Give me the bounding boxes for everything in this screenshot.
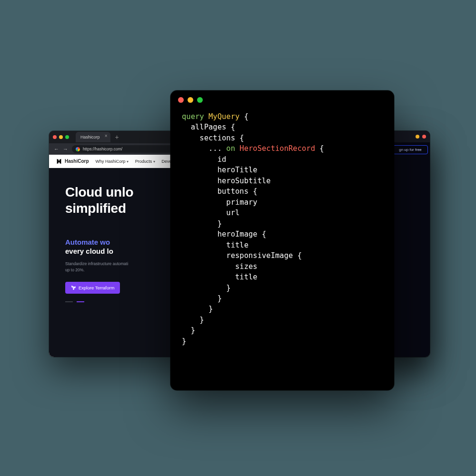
close-tab-icon[interactable]: × bbox=[105, 133, 108, 139]
window-controls[interactable] bbox=[393, 131, 430, 142]
search-engine-icon bbox=[76, 147, 80, 151]
nav-item-why[interactable]: Why HashiCorp bbox=[96, 159, 129, 164]
query-name: MyQuery bbox=[208, 112, 239, 121]
tab-title: Hashicorp bbox=[80, 135, 100, 139]
carousel-dot-active[interactable] bbox=[77, 301, 84, 302]
browser-tab[interactable]: Hashicorp × bbox=[76, 132, 110, 142]
type-name: HeroSectionRecord bbox=[239, 144, 315, 153]
close-icon[interactable] bbox=[178, 97, 184, 103]
maximize-icon[interactable] bbox=[197, 97, 203, 103]
forward-button[interactable]: → bbox=[63, 146, 68, 152]
minimize-icon[interactable] bbox=[416, 135, 419, 139]
cta-label: Explore Terraform bbox=[79, 285, 114, 290]
code-editor-window: query MyQuery { allPages { sections { ..… bbox=[170, 90, 394, 390]
signup-button[interactable]: gn up for free bbox=[393, 145, 428, 154]
minimize-icon[interactable] bbox=[59, 135, 63, 139]
back-button[interactable]: ← bbox=[54, 146, 59, 152]
brand-label: HashiCorp bbox=[65, 159, 89, 164]
close-icon[interactable] bbox=[422, 135, 426, 139]
keyword-on: on bbox=[226, 144, 235, 153]
explore-terraform-button[interactable]: Explore Terraform bbox=[65, 282, 120, 294]
window-controls[interactable] bbox=[53, 135, 69, 139]
code-block[interactable]: query MyQuery { allPages { sections { ..… bbox=[170, 109, 394, 358]
secondary-browser-window: gn up for free bbox=[393, 131, 430, 357]
maximize-icon[interactable] bbox=[65, 135, 69, 139]
minimize-icon[interactable] bbox=[188, 97, 193, 103]
hero-blurb: Standardize infrastructure automati up t… bbox=[65, 261, 170, 273]
url-text: https://hashicorp.com/ bbox=[83, 147, 122, 151]
brand[interactable]: HashiCorp bbox=[56, 158, 89, 165]
keyword-query: query bbox=[182, 112, 204, 121]
terraform-icon bbox=[71, 285, 76, 290]
nav-item-products[interactable]: Products bbox=[135, 159, 155, 164]
carousel-dot[interactable] bbox=[65, 301, 73, 302]
new-tab-button[interactable]: + bbox=[115, 134, 119, 140]
close-icon[interactable] bbox=[53, 135, 57, 139]
window-controls[interactable] bbox=[170, 90, 394, 109]
hashicorp-logo-icon bbox=[56, 158, 62, 165]
